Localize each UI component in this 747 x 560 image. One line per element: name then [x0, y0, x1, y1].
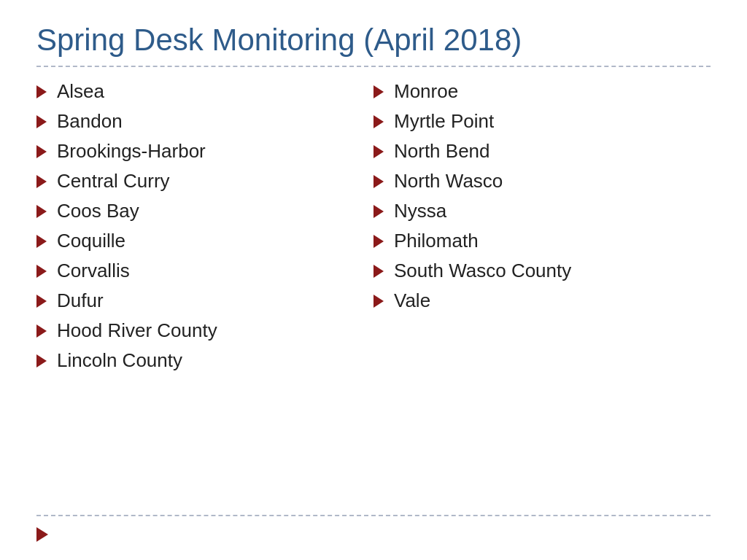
bullet-icon	[36, 324, 47, 338]
item-label: Dufur	[57, 289, 104, 312]
item-label: Philomath	[394, 230, 479, 252]
bullet-icon	[374, 145, 384, 158]
item-label: Nyssa	[394, 200, 446, 222]
item-label: Monroe	[394, 80, 458, 103]
item-label: Corvallis	[57, 260, 130, 282]
bullet-icon	[374, 205, 384, 218]
list-item: North Wasco	[374, 170, 711, 192]
content-area: AlseaBandonBrookings-HarborCentral Curry…	[36, 80, 711, 515]
footer-bullet-icon	[36, 527, 48, 542]
list-item: Nyssa	[374, 200, 711, 222]
bullet-icon	[36, 354, 47, 368]
list-item: Dufur	[36, 289, 374, 312]
list-item: Lincoln County	[36, 349, 374, 372]
item-label: Vale	[394, 289, 430, 312]
item-label: Myrtle Point	[394, 110, 494, 133]
bullet-icon	[36, 265, 47, 278]
bullet-icon	[374, 295, 384, 308]
list-item: Coos Bay	[36, 200, 374, 222]
list-item: North Bend	[374, 140, 711, 163]
item-label: Lincoln County	[57, 349, 182, 372]
item-label: North Bend	[394, 140, 490, 163]
list-item: Central Curry	[36, 170, 374, 192]
top-divider	[36, 66, 711, 67]
bullet-icon	[36, 85, 47, 98]
item-label: Coquille	[57, 230, 125, 252]
item-label: South Wasco County	[394, 260, 571, 282]
bullet-icon	[36, 235, 47, 248]
list-item: Philomath	[374, 230, 711, 252]
list-item: South Wasco County	[374, 260, 711, 282]
list-item: Hood River County	[36, 319, 374, 342]
right-column: MonroeMyrtle PointNorth BendNorth WascoN…	[374, 80, 711, 515]
bullet-icon	[36, 145, 47, 158]
item-label: Central Curry	[57, 170, 170, 192]
item-label: North Wasco	[394, 170, 503, 192]
list-item: Brookings-Harbor	[36, 140, 374, 163]
bullet-icon	[374, 175, 384, 188]
bullet-icon	[374, 235, 384, 248]
bullet-icon	[36, 205, 47, 218]
bullet-icon	[36, 295, 47, 308]
list-item: Monroe	[374, 80, 711, 103]
bullet-icon	[36, 115, 47, 128]
item-label: Coos Bay	[57, 200, 139, 222]
footer-row	[36, 516, 711, 545]
slide: Spring Desk Monitoring (April 2018) Alse…	[0, 0, 747, 560]
bullet-icon	[374, 265, 384, 278]
bullet-icon	[374, 115, 384, 128]
slide-title: Spring Desk Monitoring (April 2018)	[36, 22, 711, 58]
item-label: Hood River County	[57, 319, 217, 342]
item-label: Bandon	[57, 110, 123, 133]
list-item: Coquille	[36, 230, 374, 252]
bullet-icon	[36, 175, 47, 188]
item-label: Alsea	[57, 80, 104, 103]
list-item: Alsea	[36, 80, 374, 103]
list-item: Vale	[374, 289, 711, 312]
item-label: Brookings-Harbor	[57, 140, 206, 163]
left-column: AlseaBandonBrookings-HarborCentral Curry…	[36, 80, 374, 515]
bullet-icon	[374, 85, 384, 98]
list-item: Bandon	[36, 110, 374, 133]
list-item: Corvallis	[36, 260, 374, 282]
list-item: Myrtle Point	[374, 110, 711, 133]
